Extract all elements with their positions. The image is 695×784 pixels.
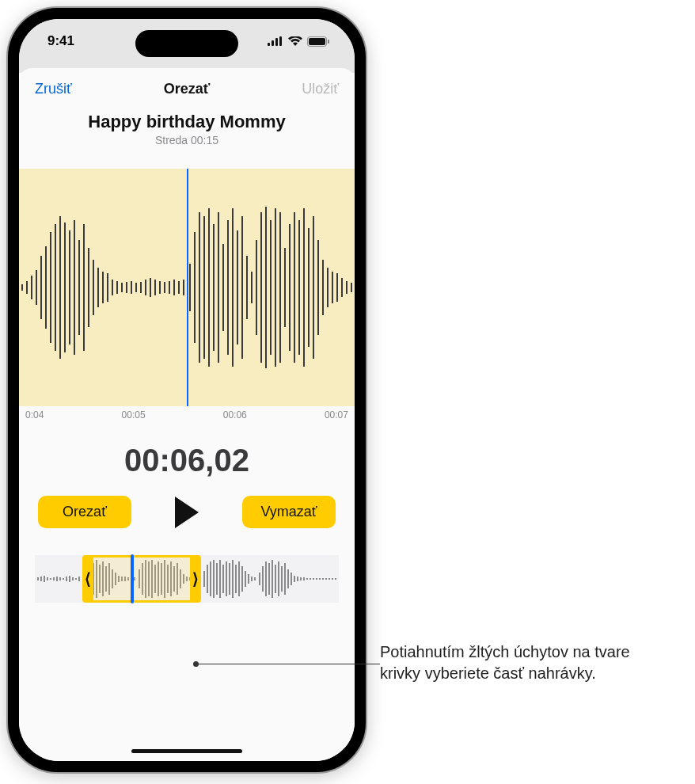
tick: 00:06 <box>223 409 247 421</box>
edit-sheet: Zrušiť Orezať Uložiť Happy birthday Momm… <box>19 68 355 761</box>
svg-rect-0 <box>268 43 270 46</box>
cancel-button[interactable]: Zrušiť <box>35 81 72 97</box>
screen: 9:41 Zrušiť Orezať Uložiť Happy birthday… <box>19 19 355 761</box>
sheet-title: Orezať <box>164 81 211 97</box>
svg-rect-6 <box>328 40 329 44</box>
recording-header: Happy birthday Mommy Streda 00:15 <box>19 112 355 147</box>
tick: 00:05 <box>122 409 146 421</box>
svg-rect-5 <box>309 38 325 45</box>
playhead[interactable] <box>187 169 188 406</box>
dynamic-island <box>135 30 238 57</box>
phone-frame: 9:41 Zrušiť Orezať Uložiť Happy birthday… <box>8 8 366 772</box>
status-time: 9:41 <box>47 33 74 49</box>
status-icons <box>268 36 329 47</box>
save-button[interactable]: Uložiť <box>302 81 339 97</box>
recording-meta: Streda 00:15 <box>19 134 355 147</box>
tick: 0:04 <box>25 409 44 421</box>
cellular-icon <box>268 36 283 46</box>
controls-row: Orezať Vymazať <box>19 496 355 528</box>
trim-handle-right[interactable]: ⟩ <box>190 558 201 600</box>
waveform-zoomed[interactable] <box>19 169 355 406</box>
trim-button[interactable]: Orezať <box>38 496 131 528</box>
recording-title: Happy birthday Mommy <box>19 112 355 132</box>
sheet-header: Zrušiť Orezať Uložiť <box>19 68 355 101</box>
battery-icon <box>307 36 329 47</box>
callout-anchor <box>193 661 199 667</box>
trim-selection[interactable]: ⟨ ⟩ <box>82 555 201 603</box>
trim-handle-left[interactable]: ⟨ <box>82 558 93 600</box>
home-indicator[interactable] <box>131 749 242 753</box>
callout-leader <box>196 664 380 664</box>
tick: 00:07 <box>325 409 348 421</box>
delete-button[interactable]: Vymazať <box>242 496 336 528</box>
mini-playhead[interactable] <box>131 554 134 603</box>
svg-rect-1 <box>272 40 274 46</box>
svg-rect-3 <box>279 36 282 46</box>
time-ruler: 0:04 00:05 00:06 00:07 <box>19 409 355 421</box>
play-icon[interactable] <box>175 497 199 528</box>
wifi-icon <box>288 36 302 46</box>
timecode-display: 00:06,02 <box>19 443 355 478</box>
waveform-overview[interactable]: ⟨ ⟩ <box>35 555 339 603</box>
callout-text: Potiahnutím žltých úchytov na tvare kriv… <box>380 641 673 684</box>
svg-rect-2 <box>275 38 278 46</box>
